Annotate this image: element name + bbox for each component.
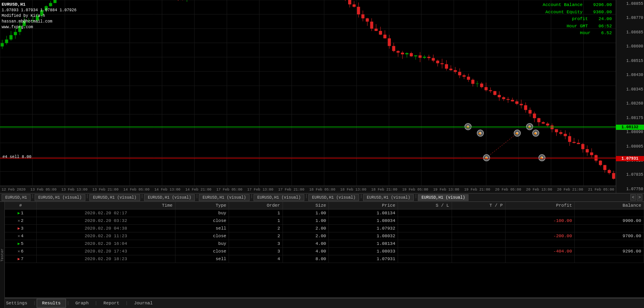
results-table-container: #TimeTypeOrderSizePriceS / LT / PProfitB… xyxy=(5,202,644,298)
row-type: buy xyxy=(175,209,229,217)
row-time: 2020.02.20 04:38 xyxy=(37,225,175,232)
row-size: 2.00 xyxy=(283,232,328,240)
row-balance: 9700.00 xyxy=(575,232,644,240)
bottom-tab-journal[interactable]: Journal xyxy=(129,299,158,308)
time-label: 17 Feb 21:00 xyxy=(278,188,304,192)
time-label: 18 Feb 05:00 xyxy=(309,188,335,192)
tab-separator: | xyxy=(86,194,89,201)
time-label: 20 Feb 13:00 xyxy=(526,188,552,192)
chart-tab-4[interactable]: EURUSD,H1 (visual) xyxy=(199,194,250,201)
row-size: 4.00 xyxy=(283,248,328,255)
col-header-s-/-l: S / L xyxy=(398,202,452,209)
chart-tab-6[interactable]: EURUSD,H1 (visual) xyxy=(308,194,359,201)
current-price-line xyxy=(0,127,616,127)
row-price: 1.07931 xyxy=(329,255,398,263)
row-balance xyxy=(575,209,644,217)
row-sl xyxy=(398,240,452,248)
chart-ohlc: 1.07893 1.07934 1.07884 1.07926 xyxy=(2,8,76,13)
row-id: ▶ 3 xyxy=(5,225,37,232)
chart-tab-8[interactable]: EURUSD,H1 (visual) xyxy=(418,194,469,201)
col-header-t-/-p: T / P xyxy=(452,202,506,209)
row-tp xyxy=(452,225,506,232)
tab-separator: | xyxy=(415,194,417,201)
account-hour-row: Hour 6.52 xyxy=(543,30,612,37)
table-row: ✕ 62020.02.20 17:43close34.001.08033-404… xyxy=(5,248,644,255)
tab-separator: | xyxy=(305,194,308,201)
price-level: 1.07835 xyxy=(617,172,643,177)
chart-tab-3[interactable]: EURUSD,H1 (visual) xyxy=(144,194,195,201)
row-type: sell xyxy=(175,225,229,232)
time-label: 21 Feb 05:00 xyxy=(588,188,614,192)
time-label: 18 Feb 21:00 xyxy=(371,188,397,192)
row-profit xyxy=(506,255,575,263)
row-order: 1 xyxy=(229,217,283,225)
row-price: 1.08032 xyxy=(329,232,398,240)
chart-tab-5[interactable]: EURUSD,H1 (visual) xyxy=(254,194,304,201)
row-type: close xyxy=(175,217,229,225)
row-size: 1.00 xyxy=(283,209,328,217)
col-header-balance: Balance xyxy=(575,202,644,209)
row-sl xyxy=(398,248,452,255)
row-price: 1.08134 xyxy=(329,240,398,248)
row-balance: 9296.00 xyxy=(575,248,644,255)
bottom-tab-settings[interactable]: Settings xyxy=(1,299,33,308)
main-layout: EURUSD,H1 1.07893 1.07934 1.07884 1.0792… xyxy=(0,0,644,308)
chart-tab-2[interactable]: EURUSD,H1 (visual) xyxy=(89,194,140,201)
time-label: 20 Feb 21:00 xyxy=(557,188,583,192)
row-type: sell xyxy=(175,255,229,263)
chart-tab-7[interactable]: EURUSD,H1 (visual) xyxy=(363,194,414,201)
row-tp xyxy=(452,209,506,217)
row-tp xyxy=(452,255,506,263)
row-size: 1.00 xyxy=(283,217,328,225)
chart-tab-0[interactable]: EURUSD,H1 xyxy=(2,194,31,201)
tabs-scroll-left[interactable]: < xyxy=(630,194,636,201)
chart-email: hassan.mb@hotmail.com xyxy=(2,19,76,25)
table-row: ▶ 52020.02.20 16:04buy34.001.08134 xyxy=(5,240,644,248)
account-profit-value: 24.00 xyxy=(599,16,612,21)
tab-separator: | xyxy=(141,194,143,201)
row-tp xyxy=(452,217,506,225)
row-tp xyxy=(452,240,506,248)
row-balance xyxy=(575,225,644,232)
bottom-tab-report[interactable]: Report xyxy=(98,299,125,308)
row-id: ▶ 7 xyxy=(5,255,37,263)
bottom-tab-results[interactable]: Results xyxy=(37,299,66,308)
row-sl xyxy=(398,225,452,232)
time-axis-labels: 12 Feb 202013 Feb 05:0013 Feb 13:0013 Fe… xyxy=(0,188,616,192)
bottom-tab-separator: | xyxy=(66,301,70,306)
time-label: 20 Feb 05:00 xyxy=(495,188,521,192)
col-header-profit: Profit xyxy=(506,202,575,209)
bottom-tab-graph[interactable]: Graph xyxy=(70,299,94,308)
time-label: 13 Feb 13:00 xyxy=(62,188,88,192)
price-level: 1.08770 xyxy=(617,16,643,20)
chart-tab-1[interactable]: EURUSD,H1 (visual) xyxy=(35,194,85,201)
tab-separator: | xyxy=(196,194,198,201)
time-label: 14 Feb 13:00 xyxy=(154,188,180,192)
time-label: 17 Feb 13:00 xyxy=(247,188,273,192)
row-profit xyxy=(506,240,575,248)
row-order: 2 xyxy=(229,232,283,240)
time-label: 19 Feb 05:00 xyxy=(402,188,428,192)
row-profit: -200.00 xyxy=(506,232,575,240)
chart-symbol: EURUSD,H1 xyxy=(2,2,76,8)
row-price: 1.08033 xyxy=(329,248,398,255)
tab-separator: | xyxy=(250,194,253,201)
account-balance-label: Account Balance xyxy=(543,2,582,7)
tabs-scroll-right[interactable]: > xyxy=(637,194,642,201)
time-label: 12 Feb 2020 xyxy=(2,188,25,192)
chart-tabs-bar: EURUSD,H1 | EURUSD,H1 (visual) | EURUSD,… xyxy=(0,193,644,202)
row-sl xyxy=(398,232,452,240)
row-price: 1.07932 xyxy=(329,225,398,232)
row-time: 2020.02.20 03:32 xyxy=(37,217,175,225)
price-level: 1.08430 xyxy=(617,73,643,77)
bottom-tabs-bar: Settings|Results|Graph|Report|Journal xyxy=(0,298,644,308)
account-hour-value: 6.52 xyxy=(601,31,612,35)
table-header: #TimeTypeOrderSizePriceS / LT / PProfitB… xyxy=(5,202,644,209)
current-price-box: 1.08132 xyxy=(616,125,644,130)
row-type: close xyxy=(175,248,229,255)
tester-side-label: Tester xyxy=(0,202,5,308)
account-hour-gmt-value: 06:52 xyxy=(599,24,612,29)
row-balance xyxy=(575,240,644,248)
row-size: 2.00 xyxy=(283,225,328,232)
price-level: 1.08600 xyxy=(617,44,643,49)
